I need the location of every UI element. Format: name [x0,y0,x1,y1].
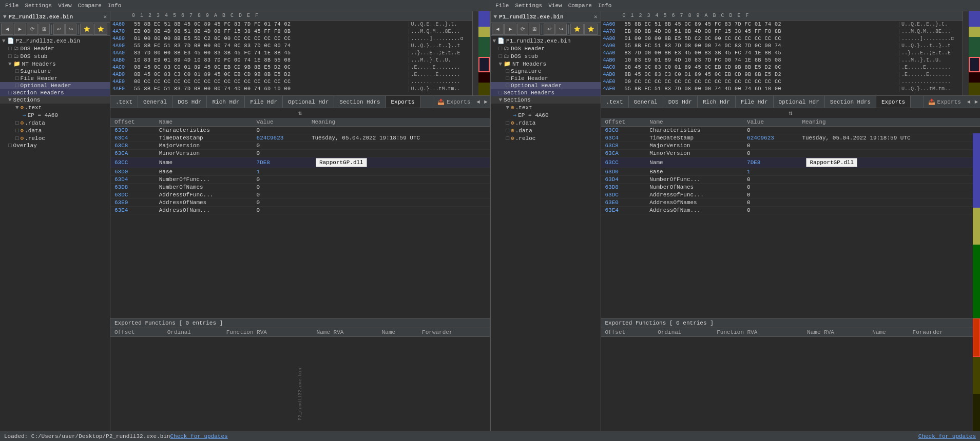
right-tree-item-dos-stub[interactable]: □ 🗂 DOS stub [491,52,601,60]
left-toolbar-star2[interactable]: ⭐ [94,24,107,35]
right-menu-view2[interactable]: View [545,2,565,10]
left-toolbar-prev[interactable]: ◄ [1,24,13,35]
right-tree-item-sections[interactable]: ▼ Sections [491,96,601,104]
left-panel-collapse[interactable]: ▼ [3,14,7,20]
table-row[interactable]: 63C8 MajorVersion 0 [601,142,981,150]
table-row[interactable]: 63D8 NumberOfNames 0 [110,184,490,191]
right-tree-item-reloc[interactable]: □ ⚙ .reloc [491,134,601,142]
right-toolbar-redo[interactable]: ↪ [555,24,567,35]
right-panel-close[interactable]: ✕ [594,13,598,20]
right-tab-exports-icon[interactable]: 📤Exports [924,96,965,108]
tree-item-reloc[interactable]: □ ⚙ .reloc [0,134,110,142]
tree-item-sections[interactable]: ▼ Sections [0,96,110,104]
left-toolbar-next[interactable]: ► [14,24,26,35]
left-menu-file[interactable]: File [2,2,22,10]
tree-item-root[interactable]: ▼ 📄 P2_rundll32.exe.bin [0,37,110,45]
right-tree-item-data[interactable]: □ ⚙ .data [491,127,601,134]
table-row[interactable]: 63CC Name 7DE8 RapportGP.dll [601,157,981,168]
left-menu-info[interactable]: Info [105,2,124,10]
left-status-link[interactable]: Check for updates [170,433,227,439]
right-toolbar-next[interactable]: ► [504,24,516,35]
left-toolbar-redo[interactable]: ↪ [65,24,76,35]
right-tree-item-text[interactable]: ▼ ⚙ .text [491,104,601,111]
tree-item-ep[interactable]: ⇒ EP = 4A60 [0,111,110,119]
right-tab-section-hdrs[interactable]: Section Hdrs [825,96,876,108]
tree-item-nt-headers[interactable]: ▼ 📁 NT Headers [0,60,110,68]
right-menu-info2[interactable]: Info [595,2,614,10]
tree-item-signature[interactable]: □ Signature [0,68,110,75]
right-tab-rich-hdr[interactable]: Rich Hdr [698,96,736,108]
right-toolbar-star2[interactable]: ⭐ [584,24,598,35]
table-row[interactable]: 63E4 AddressOfNam... 0 [601,207,981,214]
right-tab-nav-next[interactable]: ► [972,96,980,108]
tree-item-file-header[interactable]: □ File Header [0,75,110,82]
left-toolbar-grid[interactable]: ⊞ [39,24,50,35]
left-menu-settings[interactable]: Settings [22,2,55,10]
right-toolbar-prev[interactable]: ◄ [492,24,504,35]
right-toolbar-sync[interactable]: ⟳ [517,24,528,35]
left-tab-exports[interactable]: Exports [386,96,420,108]
right-tree-item-nt-headers[interactable]: ▼ 📁 NT Headers [491,60,601,68]
tree-item-rdata[interactable]: □ ⚙ .rdata [0,119,110,127]
table-row[interactable]: 63E0 AddressOfNames 0 [110,199,490,207]
right-sync-icon[interactable]: ⇅ [789,109,792,117]
left-panel-close[interactable]: ✕ [103,13,107,20]
left-hex-content[interactable]: 4A6055 8B EC 51 8B 45 0C 89 45 FC 83 7D … [110,21,472,95]
table-row[interactable]: 63CA MinorVersion 0 [601,150,981,157]
right-hex-content[interactable]: 4A6055 8B EC 51 8B 45 0C 89 45 FC 83 7D … [601,21,963,95]
right-tree-item-rdata[interactable]: □ ⚙ .rdata [491,119,601,127]
table-row[interactable]: 63E4 AddressOfNam... 0 [110,207,490,214]
left-sync-icon[interactable]: ⇅ [298,109,302,117]
table-row[interactable]: 63D4 NumberOfFunc... 0 [110,176,490,184]
tree-item-section-headers[interactable]: □ Section Headers [0,89,110,96]
left-toolbar-sync[interactable]: ⟳ [27,24,38,35]
right-tree-item-signature[interactable]: □ Signature [491,68,601,75]
right-menu-compare2[interactable]: Compare [565,2,595,10]
left-tab-nav-next[interactable]: ► [482,96,490,108]
left-menu-view[interactable]: View [55,2,74,10]
table-row[interactable]: 63C4 TimeDateStamp 624C9623 Tuesday, 05.… [110,134,490,142]
right-toolbar-grid[interactable]: ⊞ [529,24,540,35]
right-tree-item-root[interactable]: ▼ 📄 P1_rundll32.exe.bin [491,37,601,45]
right-tree-item-dos-header[interactable]: □ 🗂 DOS Header [491,45,601,52]
right-tab-file-hdr[interactable]: File Hdr [736,96,774,108]
left-tab-rich-hdr[interactable]: Rich Hdr [207,96,245,108]
table-row[interactable]: 63DC AddressOfFunc... 0 [110,191,490,199]
left-tab-file-hdr[interactable]: File Hdr [245,96,283,108]
right-tab-general[interactable]: General [629,96,663,108]
table-row[interactable]: 63CA MinorVersion 0 [110,150,490,157]
table-row[interactable]: 63D0 Base 1 [601,168,981,176]
tree-item-dos-stub[interactable]: □ 🗂 DOS stub [0,52,110,60]
tree-item-dos-header[interactable]: □ 🗂 DOS Header [0,45,110,52]
right-tab-text[interactable]: .text [601,96,629,108]
right-toolbar-star1[interactable]: ⭐ [570,24,584,35]
left-tab-optional-hdr[interactable]: Optional Hdr [283,96,334,108]
left-toolbar-undo[interactable]: ↩ [53,24,65,35]
tree-item-data[interactable]: □ ⚙ .data [0,127,110,134]
right-tree-item-file-header[interactable]: □ File Header [491,75,601,82]
left-toolbar-star1[interactable]: ⭐ [80,24,93,35]
left-tab-nav-prev[interactable]: ◄ [474,96,482,108]
right-tree-item-section-headers[interactable]: □ Section Headers [491,89,601,96]
table-row[interactable]: 63D4 NumberOfFunc... 0 [601,176,981,184]
left-menu-compare[interactable]: Compare [75,2,105,10]
table-row[interactable]: 63CC Name 7DE8 RapportGP.dll [110,157,490,168]
right-tab-dos-hdr[interactable]: DOS Hdr [663,96,698,108]
table-row[interactable]: 63DC AddressOfFunc... 0 [601,191,981,199]
table-row[interactable]: 63E0 AddressOfNames 0 [601,199,981,207]
left-tab-general[interactable]: General [138,96,172,108]
table-row[interactable]: 63C0 Characteristics 0 [110,127,490,134]
right-status-link[interactable]: Check for updates [918,433,976,439]
table-row[interactable]: 63C4 TimeDateStamp 624C9623 Tuesday, 05.… [601,134,981,142]
tree-item-text-section[interactable]: ▼ ⚙ .text [0,104,110,111]
right-toolbar-undo[interactable]: ↩ [544,24,555,35]
right-tree-item-ep[interactable]: ⇒ EP = 4A60 [491,111,601,119]
table-row[interactable]: 63D8 NumberOfNames 0 [601,184,981,191]
right-menu-settings2[interactable]: Settings [512,2,545,10]
right-tab-nav-prev[interactable]: ◄ [965,96,973,108]
left-tab-section-hdrs[interactable]: Section Hdrs [334,96,386,108]
right-tab-optional-hdr[interactable]: Optional Hdr [774,96,825,108]
left-tab-text[interactable]: .text [110,96,138,108]
right-panel-collapse[interactable]: ▼ [494,14,497,20]
right-tab-exports[interactable]: Exports [876,96,911,108]
